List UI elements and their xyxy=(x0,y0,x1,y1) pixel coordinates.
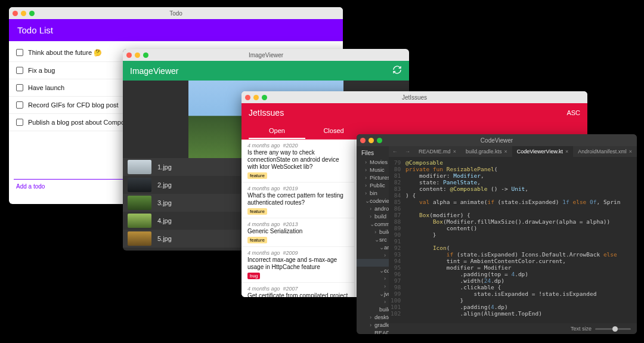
zoom-icon[interactable] xyxy=(262,95,267,100)
minimize-icon[interactable] xyxy=(135,52,140,58)
caret-icon: › xyxy=(370,314,374,320)
window-title: JetIssues xyxy=(242,94,587,101)
tree-item[interactable]: AndroidManifest.xml xyxy=(357,259,389,267)
code-line: 86 xyxy=(389,205,637,212)
thumbnail xyxy=(128,231,151,246)
editor-tab[interactable]: CodeViewerView.kt× xyxy=(512,146,573,157)
close-icon[interactable] xyxy=(13,11,18,16)
tab-closed[interactable]: Closed xyxy=(305,123,362,139)
checkbox-icon[interactable] xyxy=(16,67,23,74)
tree-item[interactable]: ›android xyxy=(357,205,389,212)
checkbox-icon[interactable] xyxy=(16,84,23,91)
close-icon[interactable] xyxy=(126,52,132,58)
minimize-icon[interactable] xyxy=(369,138,374,143)
code-text: ) { xyxy=(405,192,416,199)
tree-item[interactable]: ›Pictures xyxy=(357,174,389,181)
tree-item-label: gradle xyxy=(374,322,389,328)
editor-tab[interactable]: AndroidManifest.xml× xyxy=(573,146,637,157)
tree-item[interactable]: ›bin xyxy=(357,189,389,197)
window-title: CodeViewer xyxy=(357,137,637,144)
close-icon[interactable] xyxy=(360,138,366,143)
close-tab-icon[interactable]: × xyxy=(629,149,632,154)
tree-item[interactable]: ›kotlin xyxy=(357,251,389,259)
line-number: 80 xyxy=(389,166,405,172)
thumbnail xyxy=(128,160,151,174)
code-text: .padding(top = 4.dp) xyxy=(405,271,528,277)
line-number: 101 xyxy=(389,304,405,310)
thumbnail xyxy=(128,178,151,192)
tree-item[interactable]: ⌄androidMain xyxy=(357,243,389,251)
traffic-lights xyxy=(126,52,148,58)
code-text: modifier: Modifier, xyxy=(405,172,484,179)
zoom-icon[interactable] xyxy=(29,11,35,16)
codeviewer-window: CodeViewer Files ›Movies›Music›Pictures›… xyxy=(357,134,637,334)
thumbnail xyxy=(128,196,151,210)
issue-list-item[interactable]: 4 months ago #2019 What's the correct pa… xyxy=(242,183,354,218)
issue-list-item[interactable]: 4 months ago #2007 Get certificate from … xyxy=(242,283,354,297)
tree-item[interactable]: README.md xyxy=(357,329,389,334)
tree-item[interactable]: ⌄common xyxy=(357,220,389,228)
close-tab-icon[interactable]: × xyxy=(453,149,456,154)
refresh-icon[interactable] xyxy=(392,65,402,76)
editor-tab[interactable]: README.md× xyxy=(414,146,461,157)
line-number: 97 xyxy=(389,277,405,284)
zoom-icon[interactable] xyxy=(143,52,148,58)
tree-item-label: common xyxy=(374,221,389,227)
tab-label: README.md xyxy=(419,149,451,154)
tree-item-label: build.gradle.kts xyxy=(379,306,389,313)
nav-back-icon[interactable]: ← xyxy=(389,149,401,154)
minimize-icon[interactable] xyxy=(21,11,26,16)
zoom-icon[interactable] xyxy=(377,138,382,143)
line-number: 99 xyxy=(389,291,405,297)
tree-item[interactable]: ⌄src xyxy=(357,236,389,243)
code-editor[interactable]: 79@Composable80private fun ResizablePane… xyxy=(389,157,637,323)
issue-list-item[interactable]: 4 months ago #2013 Generic Serialization… xyxy=(242,218,354,247)
iv-titlebar[interactable]: ImageViewer xyxy=(123,49,409,61)
file-tree[interactable]: Files ›Movies›Music›Pictures›Public›bin⌄… xyxy=(357,146,389,334)
todo-titlebar[interactable]: Todo xyxy=(9,7,343,19)
tree-item[interactable]: ›gradle xyxy=(357,321,389,329)
tree-item[interactable]: ›resources xyxy=(357,282,389,290)
line-number: 95 xyxy=(389,264,405,271)
editor-tab[interactable]: build.gradle.kts× xyxy=(461,146,512,157)
checkbox-icon[interactable] xyxy=(16,49,23,56)
caret-icon: › xyxy=(365,190,370,196)
issue-list-item[interactable]: 4 months ago #2009 Incorrect max-age and… xyxy=(242,247,354,283)
tree-item[interactable]: ›Movies xyxy=(357,158,389,166)
minimize-icon[interactable] xyxy=(253,95,259,100)
close-icon[interactable] xyxy=(245,95,250,100)
line-number: 83 xyxy=(389,186,405,192)
checkbox-icon[interactable] xyxy=(16,101,23,109)
tree-item[interactable]: ›desktop xyxy=(357,313,389,321)
code-text: Icon( xyxy=(405,245,450,251)
tree-item[interactable]: ›Music xyxy=(357,166,389,174)
tree-item[interactable]: ⌄commonMain xyxy=(357,267,389,274)
tree-item[interactable]: ›kotlin xyxy=(357,274,389,282)
close-tab-icon[interactable]: × xyxy=(565,149,568,154)
nav-forward-icon[interactable]: → xyxy=(401,149,414,154)
tree-item[interactable]: ⌄codeviewer xyxy=(357,197,389,205)
tree-item[interactable]: ›Public xyxy=(357,181,389,189)
tree-item[interactable]: ⌄jvmMain xyxy=(357,290,389,298)
tree-item[interactable]: ›build xyxy=(357,212,389,220)
line-number: 86 xyxy=(389,205,405,212)
issue-list-item[interactable]: 4 months ago #2020 Is there any way to c… xyxy=(242,140,354,183)
ji-titlebar[interactable]: JetIssues xyxy=(242,91,587,103)
line-number: 102 xyxy=(389,310,405,317)
checkbox-icon[interactable] xyxy=(16,119,23,126)
text-size-slider[interactable] xyxy=(595,328,631,330)
tree-item[interactable]: build.gradle.kts xyxy=(357,305,389,313)
line-number: 91 xyxy=(389,238,405,245)
close-tab-icon[interactable]: × xyxy=(504,149,507,154)
code-line: 94 tint = AmbientContentColor.current, xyxy=(389,258,637,264)
code-line: 98 .clickable { xyxy=(389,284,637,291)
issue-title: Generic Serialization xyxy=(247,228,348,235)
tab-open[interactable]: Open xyxy=(249,123,305,139)
issues-list[interactable]: 4 months ago #2020 Is there any way to c… xyxy=(242,140,354,297)
tab-label: build.gradle.kts xyxy=(466,149,502,154)
cv-titlebar[interactable]: CodeViewer xyxy=(357,134,637,146)
tree-item[interactable]: ›kotlin xyxy=(357,298,389,305)
tree-item[interactable]: ›build xyxy=(357,228,389,236)
line-number: 87 xyxy=(389,212,405,218)
sort-button[interactable]: ASC xyxy=(566,109,580,116)
